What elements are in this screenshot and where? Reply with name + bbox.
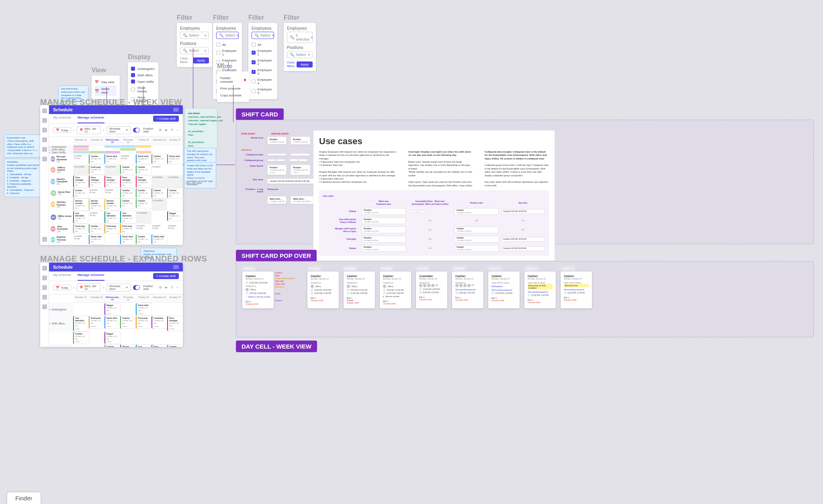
shift-card[interactable]: Custodian9:00 AM–1:00 PM2 spots bbox=[151, 316, 167, 328]
shift-card[interactable]: Cashier9:00 AM–1:00 PM bbox=[136, 188, 151, 198]
shift-card[interactable]: Cashier9:00 AM–1:00 PM bbox=[120, 188, 136, 198]
nav-icon[interactable] bbox=[42, 157, 47, 161]
filter-icon[interactable]: ▽ bbox=[171, 129, 173, 132]
select-positions-4[interactable]: 🔍Select▾ bbox=[287, 51, 313, 58]
shift-card[interactable]: Floor manager9:00 AM–1:00 PM2 spots bbox=[167, 316, 183, 331]
shift-card[interactable]: Food prep9:00 AM–1:00 PM2 spots bbox=[89, 316, 104, 328]
marketplace-link[interactable]: Marketplace bbox=[491, 285, 516, 288]
today-button[interactable]: 📅 Today bbox=[53, 127, 71, 133]
shift-card[interactable]: Stock clerk9:00 AM–4:00 PM bbox=[151, 235, 167, 244]
more-publish[interactable]: Publish schedule bbox=[220, 75, 246, 85]
position-view-toggle[interactable] bbox=[133, 128, 140, 133]
shift-card[interactable]: Cart attendant9:00 AM–1:00 PM2 spots bbox=[136, 345, 151, 347]
shift-card[interactable]: Cashier9:00 AM–1:00 PM bbox=[136, 235, 151, 244]
sample-card[interactable]: Position12:00 AM–10:00 PM bbox=[291, 137, 310, 145]
shift-card[interactable]: Bagger9:00 AM–1:00 PM2 spots bbox=[120, 345, 136, 347]
nav-icon[interactable] bbox=[42, 295, 47, 300]
emp-row[interactable]: JAJeffroy Adams(38) bbox=[49, 165, 73, 175]
emp-row[interactable]: ZFZachary Fuentes(38) bbox=[49, 198, 73, 211]
shift-card[interactable]: Cart attendant9:00 AM–1:00 PM bbox=[120, 211, 136, 223]
today-2[interactable]: 📅 Today bbox=[53, 285, 71, 290]
shift-card[interactable]: Food prep9:00 AM–1:00 PM bbox=[104, 224, 120, 234]
opt-e1[interactable]: Employee 1 bbox=[216, 48, 239, 57]
shift-card[interactable]: Floor manager8:00 AM–6:00 PM bbox=[73, 175, 89, 188]
shift-card[interactable]: Stock clerk9:00 AM–4:00 PM2 spots bbox=[136, 303, 151, 315]
opt3-e4[interactable]: Employee 4 bbox=[252, 77, 274, 86]
shift-card[interactable]: Cashier9:00 AM–1:00 PM bbox=[167, 188, 183, 198]
cancel-shift[interactable]: Cancel shift bbox=[528, 301, 540, 304]
next-arrow-icon[interactable]: › bbox=[103, 129, 104, 132]
select-employees-2[interactable]: 🔍Select▾ bbox=[216, 32, 239, 39]
shift-card[interactable]: Cashier9:00 AM–1:00 PM bbox=[120, 199, 136, 208]
eye-icon[interactable]: 👁 bbox=[165, 286, 168, 289]
next-arrow-icon[interactable]: › bbox=[103, 286, 104, 289]
row-offers[interactable]: ▸Shift offers bbox=[49, 148, 73, 151]
shift-card[interactable]: Service counter9:00 AM–4:00 PM bbox=[104, 199, 120, 211]
shift-card[interactable]: Bagger9:00 AM–1:00 PM bbox=[167, 211, 183, 221]
view-day[interactable]: 📅Day view bbox=[95, 79, 117, 86]
nav-icon[interactable] bbox=[42, 128, 47, 133]
shift-card[interactable]: Cashier9:00 AM–1:00 PM bbox=[120, 165, 136, 175]
shift-card[interactable]: Cashier9:00 AM–1:00 PM2 spots bbox=[120, 316, 136, 328]
emp-row[interactable]: AKAlex Kowalski(38) bbox=[49, 224, 73, 235]
location-select[interactable]: Montreal store ▾ bbox=[106, 126, 131, 134]
tab-manage-2[interactable]: Manage schedule bbox=[78, 273, 104, 281]
clear-filters-4[interactable]: Clear filters bbox=[287, 61, 297, 68]
row-open[interactable]: ▸Open shifts bbox=[49, 151, 73, 154]
shift-card[interactable]: Cashier9:00 AM–1:00 PM bbox=[89, 154, 104, 164]
shift-card[interactable]: Stock clerk9:00 AM–4:00 PM bbox=[104, 154, 120, 164]
more-icon[interactable]: ⋯ bbox=[176, 129, 179, 132]
nav-icon[interactable] bbox=[42, 237, 47, 242]
sample-card[interactable]: Position12:00 AM–10:00 PM2 spots bbox=[291, 165, 310, 175]
shift-card[interactable]: Floor manager8:00 AM–6:00 PM bbox=[89, 175, 104, 188]
create-shift-2[interactable]: + Create shift bbox=[153, 273, 179, 279]
emp-row[interactable]: MJMillie Jones(38) bbox=[49, 211, 73, 224]
cancel-shift[interactable]: Cancel shift bbox=[246, 303, 258, 305]
eye-icon[interactable]: 👁 bbox=[165, 129, 168, 132]
toggle-open[interactable]: Open shifts bbox=[131, 78, 155, 85]
opt3-e1[interactable]: ✓Employee 1 bbox=[252, 48, 274, 57]
shift-card[interactable]: Food prep9:00 AM–1:00 PM bbox=[73, 224, 89, 234]
opt3-e5[interactable]: Employee 5 bbox=[252, 86, 274, 96]
apply-4[interactable]: Apply bbox=[297, 61, 313, 67]
nav-icon[interactable] bbox=[42, 285, 47, 290]
row-unassigned-2[interactable]: ▾Unassigned bbox=[49, 303, 73, 316]
more-icon[interactable]: ⋯ bbox=[176, 286, 179, 289]
nav-icon[interactable] bbox=[42, 137, 47, 142]
nav-icon[interactable] bbox=[42, 147, 47, 152]
view-pending[interactable]: View pending approval bbox=[455, 288, 480, 291]
opt-all[interactable]: All bbox=[216, 41, 239, 48]
cancel-shift[interactable]: Cancel shift bbox=[564, 299, 576, 301]
shift-card[interactable]: Cashier9:00 AM–1:00 PM1 spot bbox=[73, 332, 89, 344]
nav-icon[interactable] bbox=[42, 275, 47, 280]
emp-row[interactable]: JDJesse Diaz(38) bbox=[49, 188, 73, 198]
nav-icon[interactable] bbox=[42, 266, 47, 271]
shift-card[interactable]: Floor manager8:00 AM–6:00 PM bbox=[136, 175, 151, 188]
opt3-all[interactable]: All bbox=[252, 41, 274, 48]
shift-card[interactable]: Stock clerk9:00 AM–4:00 PM bbox=[136, 154, 151, 164]
nav-icon[interactable] bbox=[42, 304, 47, 309]
shift-card[interactable]: Floor manager8:00 AM–6:00 PM bbox=[104, 175, 120, 188]
shift-card[interactable]: Cashier9:00 AM–1:00 PM bbox=[151, 154, 167, 164]
create-shift-button[interactable]: + Create shift bbox=[153, 116, 179, 122]
sample-card[interactable]: Sales asso...12:00 AM–10:30 PM ADT bbox=[291, 196, 313, 204]
cancel-shift[interactable]: Cancel shift bbox=[455, 299, 468, 301]
row-open-2[interactable]: ▾Open shifts bbox=[49, 344, 73, 347]
emp-row[interactable]: RARhonda Abraham(38) bbox=[49, 154, 73, 165]
apply-1[interactable]: Apply bbox=[193, 57, 209, 63]
select-employees-4[interactable]: 🔍2 selected▾ bbox=[287, 32, 313, 43]
sample-card[interactable]: Position12:00 AM–10:00 PM bbox=[267, 137, 287, 145]
shift-card[interactable]: Cashier9:00 AM–1:00 PM bbox=[151, 188, 167, 198]
shift-card[interactable]: Bagger9:00 AM–1:00 PM1 spot bbox=[104, 303, 120, 315]
toggle-offers[interactable]: Shift offers bbox=[131, 72, 155, 78]
finder-tab[interactable]: Finder bbox=[7, 492, 41, 504]
clear-filters-1[interactable]: Clear filters bbox=[180, 57, 193, 64]
sample-card[interactable]: Position12:00 AM–10:00 PM2 spots bbox=[267, 165, 287, 175]
row-offers-2[interactable]: ▾Shift offers bbox=[49, 316, 73, 331]
opt3-e3[interactable]: ✓Employee 3 bbox=[252, 67, 274, 77]
prev-arrow-icon[interactable]: ‹ bbox=[74, 129, 74, 132]
cancel-shift[interactable]: Cancel shift bbox=[311, 299, 323, 302]
row-unassigned[interactable]: ▸Unassigned bbox=[49, 145, 73, 148]
delete-shift[interactable]: Delete shift bbox=[347, 302, 359, 304]
cancel-shift[interactable]: Cancel shift bbox=[383, 302, 395, 305]
